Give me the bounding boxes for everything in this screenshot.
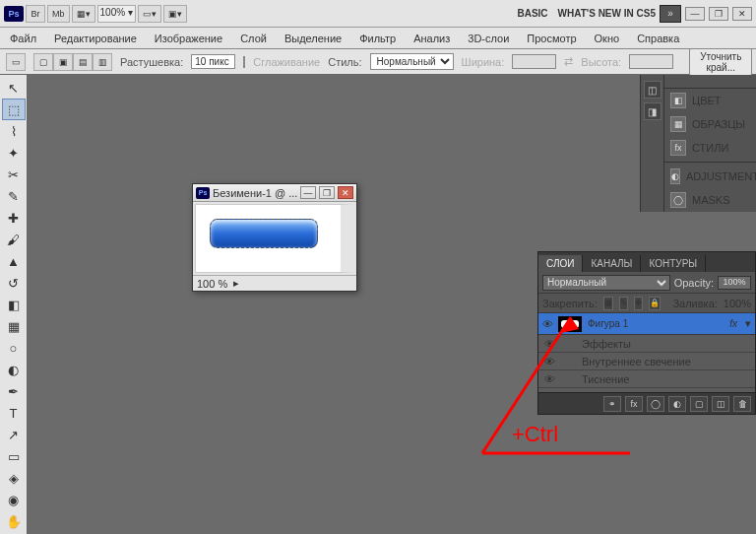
delete-layer-icon[interactable]: 🗑 [733, 396, 751, 412]
panel-row-styles[interactable]: fxСТИЛИ [664, 136, 756, 160]
tab-layers[interactable]: СЛОИ [538, 255, 583, 272]
tab-paths[interactable]: КОНТУРЫ [641, 255, 706, 272]
panel-row-color[interactable]: ◧ЦВЕТ [664, 89, 756, 112]
lock-all-icon[interactable]: 🔒 [649, 297, 661, 310]
menu-edit[interactable]: Редактирование [46, 30, 145, 47]
selection-subtract-icon[interactable]: ▤ [73, 53, 93, 71]
crop-tool-icon[interactable]: ✂ [2, 164, 26, 185]
eraser-tool-icon[interactable]: ◧ [2, 294, 26, 315]
panel-row-adjustments[interactable]: ◐ADJUSTMENTS [664, 165, 756, 188]
document-titlebar[interactable]: Ps Безимени-1 @ ... — ❐ ✕ [193, 184, 356, 202]
workspace-more-icon[interactable]: » [660, 5, 681, 23]
doc-close-icon[interactable]: ✕ [338, 186, 353, 199]
wand-tool-icon[interactable]: ✦ [2, 142, 26, 164]
lock-transparency-icon[interactable]: ▦ [603, 297, 613, 310]
layer-thumbnail-icon[interactable] [558, 316, 582, 332]
selection-add-icon[interactable]: ▣ [53, 53, 73, 71]
opacity-value[interactable]: 100% [718, 276, 751, 290]
fx-row-effects[interactable]: 👁Эффекты [538, 335, 755, 353]
arrange-button[interactable]: ▭▾ [138, 5, 161, 23]
tool-preset-icon[interactable]: ▭ [6, 53, 26, 71]
type-tool-icon[interactable]: T [2, 402, 26, 424]
menu-view[interactable]: Просмотр [519, 30, 584, 47]
doc-info-icon[interactable]: ▸ [233, 277, 239, 290]
selection-new-icon[interactable]: ▢ [33, 53, 53, 71]
history-brush-icon[interactable]: ↺ [2, 272, 26, 294]
styles-icon: fx [670, 140, 686, 156]
tab-channels[interactable]: КАНАЛЫ [583, 255, 641, 272]
lock-position-icon[interactable]: ✥ [634, 297, 643, 310]
lasso-tool-icon[interactable]: ⌇ [2, 120, 26, 142]
minibridge-button[interactable]: Mb [47, 5, 70, 23]
doc-minimize-icon[interactable]: — [300, 186, 316, 199]
window-close-icon[interactable]: ✕ [732, 7, 752, 21]
menu-analysis[interactable]: Анализ [406, 30, 458, 47]
menu-window[interactable]: Окно [587, 30, 628, 47]
stamp-tool-icon[interactable]: ▲ [2, 250, 26, 272]
layer-row[interactable]: 👁 Фигура 1 fx ▾ [538, 313, 755, 335]
panel-row-swatches[interactable]: ▦ОБРАЗЦЫ [664, 112, 756, 136]
path-tool-icon[interactable]: ↗ [2, 424, 26, 445]
menu-filter[interactable]: Фильтр [351, 30, 404, 47]
gradient-tool-icon[interactable]: ▦ [2, 315, 26, 337]
panel-row-masks[interactable]: ◯MASKS [664, 188, 756, 212]
link-layers-icon[interactable]: ⚭ [603, 396, 621, 412]
document-window: Ps Безимени-1 @ ... — ❐ ✕ 100 % ▸ [192, 183, 357, 292]
marquee-tool-icon[interactable]: ⬚ [2, 99, 26, 120]
zoom-select[interactable]: 100% ▾ [97, 5, 136, 23]
blur-tool-icon[interactable]: ○ [2, 337, 26, 359]
menu-3d[interactable]: 3D-слои [460, 30, 517, 47]
move-tool-icon[interactable]: ↖ [2, 77, 26, 99]
healing-tool-icon[interactable]: ✚ [2, 207, 26, 229]
selection-intersect-icon[interactable]: ▥ [93, 53, 112, 71]
menu-file[interactable]: Файл [2, 30, 44, 47]
dock-icon[interactable]: ◫ [644, 81, 662, 99]
3d-tool-icon[interactable]: ◈ [2, 467, 26, 489]
layer-visibility-icon[interactable]: 👁 [538, 318, 556, 330]
layer-fx-button-icon[interactable]: fx [625, 396, 643, 412]
workspace-news[interactable]: WHAT'S NEW IN CS5 [558, 8, 656, 19]
style-select[interactable]: Нормальный [370, 53, 454, 70]
fx-visibility-icon[interactable]: 👁 [540, 338, 558, 350]
3d-camera-icon[interactable]: ◉ [2, 489, 26, 510]
hand-tool-icon[interactable]: ✋ [2, 510, 26, 532]
menu-layer[interactable]: Слой [232, 30, 275, 47]
antialias-checkbox[interactable] [243, 56, 245, 68]
lock-pixels-icon[interactable]: ✎ [619, 297, 628, 310]
blend-mode-select[interactable]: Нормальный [542, 275, 670, 291]
eyedropper-tool-icon[interactable]: ✎ [2, 185, 26, 207]
document-canvas[interactable] [195, 204, 354, 273]
feather-input[interactable] [191, 54, 235, 69]
fx-visibility-icon[interactable]: 👁 [540, 356, 558, 367]
fx-row-innerglow[interactable]: 👁Внутреннее свечение [538, 353, 755, 370]
layer-collapse-icon[interactable]: ▾ [741, 317, 755, 330]
shape-tool-icon[interactable]: ▭ [2, 445, 26, 467]
new-layer-icon[interactable]: ◫ [712, 396, 729, 412]
doc-restore-icon[interactable]: ❐ [319, 186, 335, 199]
app-topbar: Ps Br Mb ▦▾ 100% ▾ ▭▾ ▣▾ BASIC WHAT'S NE… [0, 0, 756, 28]
view-grid-button[interactable]: ▦▾ [72, 5, 95, 23]
layer-name[interactable]: Фигура 1 [584, 318, 725, 329]
adjustment-layer-icon[interactable]: ◐ [668, 396, 686, 412]
brush-tool-icon[interactable]: 🖌 [2, 229, 26, 250]
pen-tool-icon[interactable]: ✒ [2, 380, 26, 402]
annotation-text: +Ctrl [512, 422, 558, 447]
menu-image[interactable]: Изображение [147, 30, 230, 47]
screen-mode-button[interactable]: ▣▾ [163, 5, 187, 23]
fx-visibility-icon[interactable]: 👁 [540, 373, 558, 385]
fx-row-emboss[interactable]: 👁Тиснение [538, 370, 755, 388]
layer-fx-icon[interactable]: fx [725, 318, 741, 329]
window-minimize-icon[interactable]: — [685, 7, 705, 21]
layer-mask-icon[interactable]: ◯ [647, 396, 664, 412]
refine-edge-button[interactable]: Уточнить край... [689, 48, 752, 76]
layers-tabs: СЛОИ КАНАЛЫ КОНТУРЫ [538, 252, 755, 272]
menu-select[interactable]: Выделение [277, 30, 349, 47]
dodge-tool-icon[interactable]: ◐ [2, 359, 26, 380]
layer-group-icon[interactable]: ▢ [690, 396, 708, 412]
window-restore-icon[interactable]: ❐ [709, 7, 728, 21]
fill-value[interactable]: 100% [724, 298, 751, 309]
workspace-basic[interactable]: BASIC [511, 8, 553, 19]
dock-icon[interactable]: ◨ [644, 102, 662, 120]
menu-help[interactable]: Справка [629, 30, 687, 47]
bridge-button[interactable]: Br [26, 5, 45, 23]
